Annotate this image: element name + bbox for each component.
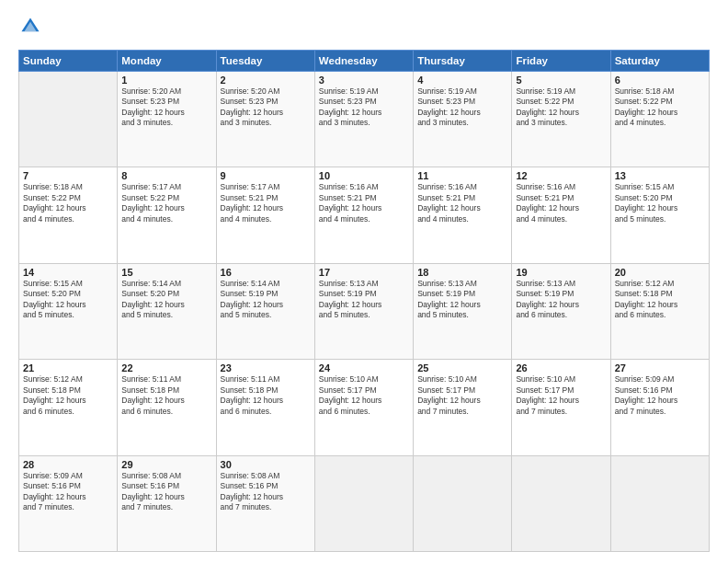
day-info: Sunrise: 5:13 AMSunset: 5:19 PMDaylight:… (516, 279, 606, 321)
calendar-cell: 5Sunrise: 5:19 AMSunset: 5:22 PMDaylight… (512, 72, 610, 167)
day-info: Sunrise: 5:18 AMSunset: 5:22 PMDaylight:… (615, 86, 705, 129)
calendar-header-wednesday: Wednesday (314, 51, 413, 72)
day-number: 21 (23, 362, 113, 373)
calendar-cell: 3Sunrise: 5:19 AMSunset: 5:23 PMDaylight… (314, 72, 413, 167)
header (18, 17, 710, 40)
day-number: 19 (516, 267, 606, 278)
calendar-cell: 19Sunrise: 5:13 AMSunset: 5:19 PMDayligh… (512, 263, 610, 359)
day-number: 9 (221, 170, 311, 181)
day-number: 14 (23, 267, 113, 278)
calendar-cell (19, 72, 118, 167)
day-number: 6 (615, 75, 705, 86)
day-info: Sunrise: 5:17 AMSunset: 5:21 PMDaylight:… (221, 182, 311, 224)
calendar-cell: 17Sunrise: 5:13 AMSunset: 5:19 PMDayligh… (314, 263, 413, 359)
calendar-header-saturday: Saturday (610, 51, 709, 72)
calendar-cell: 15Sunrise: 5:14 AMSunset: 5:20 PMDayligh… (118, 263, 216, 359)
day-info: Sunrise: 5:16 AMSunset: 5:21 PMDaylight:… (319, 182, 409, 224)
day-info: Sunrise: 5:09 AMSunset: 5:16 PMDaylight:… (615, 374, 705, 417)
calendar-cell: 4Sunrise: 5:19 AMSunset: 5:23 PMDaylight… (414, 72, 512, 167)
day-info: Sunrise: 5:19 AMSunset: 5:22 PMDaylight:… (516, 86, 606, 129)
calendar-cell: 26Sunrise: 5:10 AMSunset: 5:17 PMDayligh… (512, 360, 610, 455)
calendar-cell: 13Sunrise: 5:15 AMSunset: 5:20 PMDayligh… (610, 167, 709, 263)
day-info: Sunrise: 5:20 AMSunset: 5:23 PMDaylight:… (121, 86, 211, 129)
day-info: Sunrise: 5:10 AMSunset: 5:17 PMDaylight:… (516, 374, 606, 417)
day-info: Sunrise: 5:16 AMSunset: 5:21 PMDaylight:… (516, 182, 606, 224)
day-number: 10 (319, 170, 409, 181)
calendar-week-3: 14Sunrise: 5:15 AMSunset: 5:20 PMDayligh… (19, 263, 710, 359)
calendar-cell: 25Sunrise: 5:10 AMSunset: 5:17 PMDayligh… (414, 360, 512, 455)
day-number: 1 (121, 75, 211, 86)
day-number: 17 (319, 267, 409, 278)
day-info: Sunrise: 5:10 AMSunset: 5:17 PMDaylight:… (319, 374, 409, 417)
calendar-cell: 20Sunrise: 5:12 AMSunset: 5:18 PMDayligh… (610, 263, 709, 359)
day-info: Sunrise: 5:12 AMSunset: 5:18 PMDaylight:… (23, 374, 113, 417)
day-info: Sunrise: 5:11 AMSunset: 5:18 PMDaylight:… (221, 374, 311, 417)
calendar-header-thursday: Thursday (414, 51, 512, 72)
day-number: 15 (121, 267, 211, 278)
day-info: Sunrise: 5:13 AMSunset: 5:19 PMDaylight:… (319, 279, 409, 321)
calendar-header-row: SundayMondayTuesdayWednesdayThursdayFrid… (19, 51, 710, 72)
day-number: 26 (516, 362, 606, 373)
calendar-cell: 27Sunrise: 5:09 AMSunset: 5:16 PMDayligh… (610, 360, 709, 455)
calendar-header-friday: Friday (512, 51, 610, 72)
day-number: 7 (23, 170, 113, 181)
calendar-cell: 8Sunrise: 5:17 AMSunset: 5:22 PMDaylight… (118, 167, 216, 263)
calendar-week-5: 28Sunrise: 5:09 AMSunset: 5:16 PMDayligh… (19, 455, 710, 551)
calendar-cell: 23Sunrise: 5:11 AMSunset: 5:18 PMDayligh… (216, 360, 314, 455)
day-info: Sunrise: 5:18 AMSunset: 5:22 PMDaylight:… (23, 182, 113, 224)
day-number: 23 (221, 362, 311, 373)
calendar-cell: 1Sunrise: 5:20 AMSunset: 5:23 PMDaylight… (118, 72, 216, 167)
calendar-week-4: 21Sunrise: 5:12 AMSunset: 5:18 PMDayligh… (19, 360, 710, 455)
calendar-header-sunday: Sunday (19, 51, 118, 72)
calendar-cell: 28Sunrise: 5:09 AMSunset: 5:16 PMDayligh… (19, 455, 118, 551)
day-info: Sunrise: 5:17 AMSunset: 5:22 PMDaylight:… (121, 182, 211, 224)
day-number: 2 (221, 75, 311, 86)
calendar-cell: 10Sunrise: 5:16 AMSunset: 5:21 PMDayligh… (314, 167, 413, 263)
calendar-header-tuesday: Tuesday (216, 51, 314, 72)
calendar-cell: 18Sunrise: 5:13 AMSunset: 5:19 PMDayligh… (414, 263, 512, 359)
day-number: 13 (615, 170, 705, 181)
day-number: 5 (516, 75, 606, 86)
day-info: Sunrise: 5:09 AMSunset: 5:16 PMDaylight:… (23, 471, 113, 513)
day-info: Sunrise: 5:12 AMSunset: 5:18 PMDaylight:… (615, 279, 705, 321)
day-info: Sunrise: 5:19 AMSunset: 5:23 PMDaylight:… (319, 86, 409, 129)
calendar-cell: 22Sunrise: 5:11 AMSunset: 5:18 PMDayligh… (118, 360, 216, 455)
logo-icon (20, 17, 40, 37)
calendar-week-2: 7Sunrise: 5:18 AMSunset: 5:22 PMDaylight… (19, 167, 710, 263)
day-number: 28 (23, 459, 113, 470)
day-number: 8 (121, 170, 211, 181)
calendar-cell: 7Sunrise: 5:18 AMSunset: 5:22 PMDaylight… (19, 167, 118, 263)
calendar-cell: 29Sunrise: 5:08 AMSunset: 5:16 PMDayligh… (118, 455, 216, 551)
day-info: Sunrise: 5:20 AMSunset: 5:23 PMDaylight:… (221, 86, 311, 129)
day-info: Sunrise: 5:19 AMSunset: 5:23 PMDaylight:… (417, 86, 507, 129)
day-info: Sunrise: 5:10 AMSunset: 5:17 PMDaylight:… (417, 374, 507, 417)
day-number: 27 (615, 362, 705, 373)
logo (18, 17, 40, 40)
calendar-cell (314, 455, 413, 551)
day-info: Sunrise: 5:13 AMSunset: 5:19 PMDaylight:… (417, 279, 507, 321)
day-info: Sunrise: 5:16 AMSunset: 5:21 PMDaylight:… (417, 182, 507, 224)
day-number: 20 (615, 267, 705, 278)
calendar-cell: 12Sunrise: 5:16 AMSunset: 5:21 PMDayligh… (512, 167, 610, 263)
day-info: Sunrise: 5:11 AMSunset: 5:18 PMDaylight:… (121, 374, 211, 417)
day-number: 24 (319, 362, 409, 373)
day-number: 12 (516, 170, 606, 181)
calendar-cell: 16Sunrise: 5:14 AMSunset: 5:19 PMDayligh… (216, 263, 314, 359)
page: SundayMondayTuesdayWednesdayThursdayFrid… (0, 0, 728, 563)
day-number: 22 (121, 362, 211, 373)
day-info: Sunrise: 5:08 AMSunset: 5:16 PMDaylight:… (221, 471, 311, 513)
day-number: 16 (221, 267, 311, 278)
day-number: 29 (121, 459, 211, 470)
calendar-header-monday: Monday (118, 51, 216, 72)
calendar-cell (512, 455, 610, 551)
day-info: Sunrise: 5:14 AMSunset: 5:19 PMDaylight:… (221, 279, 311, 321)
calendar-cell: 21Sunrise: 5:12 AMSunset: 5:18 PMDayligh… (19, 360, 118, 455)
calendar-cell: 9Sunrise: 5:17 AMSunset: 5:21 PMDaylight… (216, 167, 314, 263)
day-number: 25 (417, 362, 507, 373)
calendar-cell: 6Sunrise: 5:18 AMSunset: 5:22 PMDaylight… (610, 72, 709, 167)
day-info: Sunrise: 5:15 AMSunset: 5:20 PMDaylight:… (615, 182, 705, 224)
day-number: 3 (319, 75, 409, 86)
calendar-table: SundayMondayTuesdayWednesdayThursdayFrid… (18, 50, 710, 552)
day-number: 11 (417, 170, 507, 181)
day-info: Sunrise: 5:14 AMSunset: 5:20 PMDaylight:… (121, 279, 211, 321)
